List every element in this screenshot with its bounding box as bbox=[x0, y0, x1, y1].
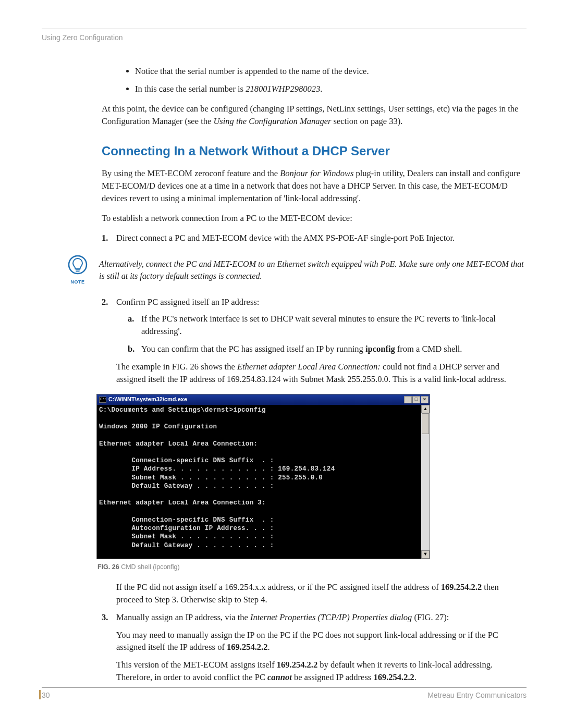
cmd-app-icon bbox=[99, 397, 106, 403]
steps-list-cont2: Manually assign an IP address, via the I… bbox=[102, 611, 527, 684]
step-2: Confirm PC assigned itself an IP address… bbox=[102, 296, 527, 386]
figure-caption: FIG. 26 CMD shell (ipconfig) bbox=[97, 562, 527, 572]
text: be assigned IP address bbox=[292, 672, 374, 682]
step-1: Direct connect a PC and MET-ECOM device … bbox=[102, 232, 527, 244]
top-bullet-list: Notice that the serial number is appende… bbox=[135, 65, 527, 95]
footer-accent bbox=[39, 690, 41, 699]
maximize-button[interactable]: □ bbox=[412, 396, 420, 403]
substeps: a.If the PC's network interface is set t… bbox=[128, 313, 527, 355]
text-italic: Using the Configuration Manager bbox=[213, 116, 331, 126]
cmd-window: C:\WINNT\system32\cmd.exe _ □ × C:\Docum… bbox=[96, 394, 430, 559]
cmd-output: C:\Documents and Settings\dernst>ipconfi… bbox=[97, 405, 421, 559]
steps-list: Direct connect a PC and MET-ECOM device … bbox=[102, 232, 527, 244]
text: This version of the MET-ECOM assigns its… bbox=[116, 660, 277, 670]
fig-number: FIG. 26 bbox=[97, 563, 119, 571]
text-italic: Internet Properties (TCP/IP) Properties … bbox=[250, 612, 412, 622]
text: If the PC's network interface is set to … bbox=[141, 314, 496, 336]
text: You may need to manually assign the IP o… bbox=[116, 630, 498, 652]
lightbulb-icon bbox=[68, 255, 88, 277]
step-3: Manually assign an IP address, via the I… bbox=[102, 611, 527, 684]
scroll-down-button[interactable]: ▼ bbox=[421, 550, 430, 559]
text-italic: Bonjour for Windows bbox=[280, 168, 353, 178]
running-head: Using Zero Configuration bbox=[42, 33, 527, 42]
substep-b: b. You can confirm that the PC has assig… bbox=[128, 343, 527, 355]
close-button[interactable]: × bbox=[421, 396, 429, 403]
text: Manually assign an IP address, via the bbox=[116, 612, 250, 622]
fig-text: CMD shell (ipconfig) bbox=[119, 563, 180, 571]
section-heading: Connecting In a Network Without a DHCP S… bbox=[102, 142, 527, 161]
scroll-thumb[interactable] bbox=[422, 413, 429, 434]
paragraph: To establish a network connection from a… bbox=[102, 212, 527, 225]
doc-title: Metreau Entry Communicators bbox=[427, 691, 527, 699]
cmd-titlebar: C:\WINNT\system32\cmd.exe _ □ × bbox=[97, 394, 430, 405]
ip-address: 169.254.2.2 bbox=[441, 582, 482, 592]
step-example-text: The example in FIG. 26 shows the Etherne… bbox=[116, 361, 527, 386]
text: section on page 33). bbox=[331, 116, 402, 126]
text: . bbox=[414, 672, 417, 682]
note-block: NOTE Alternatively, connect the PC and M… bbox=[68, 255, 527, 286]
note-icon: NOTE bbox=[68, 255, 88, 286]
text: from a CMD shell. bbox=[395, 344, 462, 354]
text: (FIG. 27): bbox=[412, 612, 449, 622]
steps-list-cont: Confirm PC assigned itself an IP address… bbox=[102, 296, 527, 386]
text: The example in FIG. 26 shows the bbox=[116, 362, 237, 372]
text: If the PC did not assign itself a 169.25… bbox=[116, 582, 441, 592]
text: . bbox=[267, 642, 270, 652]
substep-a: a.If the PC's network interface is set t… bbox=[128, 313, 527, 338]
emphasis: cannot bbox=[267, 672, 292, 682]
note-label: NOTE bbox=[70, 279, 84, 286]
note-text: Alternatively, connect the PC and MET-EC… bbox=[99, 258, 527, 282]
ip-address: 169.254.2.2 bbox=[227, 642, 267, 652]
cmd-window-title: C:\WINNT\system32\cmd.exe bbox=[108, 396, 187, 404]
paragraph: This version of the MET-ECOM assigns its… bbox=[116, 659, 527, 684]
minimize-button[interactable]: _ bbox=[404, 396, 412, 403]
serial-number: 218001WHP2980023 bbox=[246, 84, 320, 94]
bullet-item: Notice that the serial number is appende… bbox=[135, 65, 527, 78]
scroll-track[interactable] bbox=[421, 413, 430, 550]
page-footer: 30 Metreau Entry Communicators bbox=[42, 687, 527, 699]
ip-address: 169.254.2.2 bbox=[373, 672, 414, 682]
paragraph: At this point, the device can be configu… bbox=[102, 103, 527, 128]
text: You can confirm that the PC has assigned… bbox=[141, 344, 365, 354]
text: By using the MET-ECOM zeroconf feature a… bbox=[102, 168, 280, 178]
paragraph: You may need to manually assign the IP o… bbox=[116, 629, 527, 654]
bullet-item: In this case the serial number is 218001… bbox=[135, 83, 527, 95]
command-name: ipconfig bbox=[365, 344, 395, 354]
ip-address: 169.254.2.2 bbox=[277, 660, 317, 670]
text: . bbox=[320, 84, 322, 94]
scroll-up-button[interactable]: ▲ bbox=[421, 405, 430, 413]
paragraph: If the PC did not assign itself a 169.25… bbox=[116, 581, 527, 606]
step-lead: Confirm PC assigned itself an IP address… bbox=[116, 297, 259, 307]
text-italic: Ethernet adapter Local Area Connection: bbox=[237, 362, 381, 372]
text: In this case the serial number is bbox=[135, 84, 246, 94]
paragraph: By using the MET-ECOM zeroconf feature a… bbox=[102, 167, 527, 205]
scrollbar[interactable]: ▲ ▼ bbox=[421, 405, 430, 559]
page-number: 30 bbox=[42, 691, 50, 699]
